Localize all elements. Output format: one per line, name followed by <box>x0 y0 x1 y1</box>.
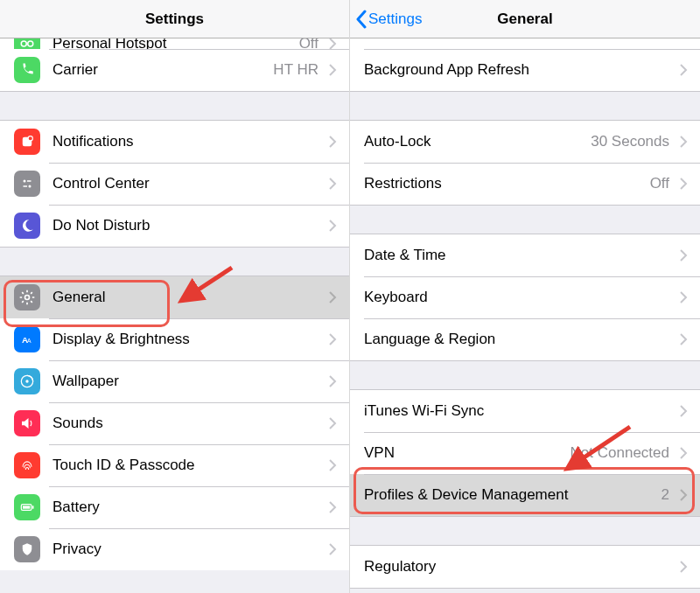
label-carrier: Carrier <box>52 61 98 79</box>
settings-title: Settings <box>145 10 204 28</box>
row-bg-app-refresh[interactable]: Background App Refresh <box>350 49 700 91</box>
row-auto-lock[interactable]: Auto-Lock 30 Seconds <box>350 121 700 163</box>
general-header: Settings General <box>350 0 700 38</box>
display-icon: AA <box>14 326 40 352</box>
chevron-right-icon <box>329 375 337 387</box>
general-group-locale: Date & Time Keyboard Language & Region <box>350 234 700 361</box>
moon-icon <box>14 213 40 239</box>
chevron-right-icon <box>329 501 337 513</box>
label-auto-lock: Auto-Lock <box>364 133 431 150</box>
chevron-right-icon <box>329 136 337 148</box>
label-general: General <box>52 289 105 306</box>
general-group-lock: Auto-Lock 30 Seconds Restrictions Off <box>350 120 700 206</box>
label-keyboard: Keyboard <box>364 289 428 306</box>
row-carrier[interactable]: Carrier HT HR <box>0 49 349 91</box>
svg-point-12 <box>25 380 28 382</box>
label-regulatory: Regulatory <box>364 558 436 576</box>
value-restrictions: Off <box>650 175 675 192</box>
svg-text:A: A <box>27 338 32 344</box>
back-button[interactable]: Settings <box>355 0 422 38</box>
label-date-time: Date & Time <box>364 247 446 264</box>
chevron-right-icon <box>329 417 337 429</box>
privacy-icon <box>14 536 40 562</box>
chevron-right-icon <box>680 291 688 303</box>
control-center-icon <box>14 171 40 197</box>
row-hidden-top <box>350 38 700 49</box>
chevron-right-icon <box>680 405 688 417</box>
svg-rect-7 <box>24 185 28 187</box>
chevron-right-icon <box>680 136 688 148</box>
svg-point-4 <box>24 180 26 183</box>
chevron-right-icon <box>680 64 688 76</box>
row-sounds[interactable]: Sounds <box>0 402 349 444</box>
general-group-bgrefresh: Background App Refresh <box>350 38 700 92</box>
svg-point-6 <box>29 185 32 188</box>
svg-point-8 <box>25 296 30 300</box>
chevron-right-icon <box>680 249 688 262</box>
label-dnd: Do Not Disturb <box>52 217 150 234</box>
row-battery[interactable]: Battery <box>0 486 349 528</box>
label-restrictions: Restrictions <box>364 175 442 192</box>
general-pane: Settings General Background App Refresh … <box>350 0 700 593</box>
row-keyboard[interactable]: Keyboard <box>350 276 700 318</box>
row-wallpaper[interactable]: Wallpaper <box>0 360 349 402</box>
chevron-right-icon <box>329 333 337 345</box>
row-vpn[interactable]: VPN Not Connected <box>350 432 700 474</box>
row-date-time[interactable]: Date & Time <box>350 234 700 276</box>
row-restrictions[interactable]: Restrictions Off <box>350 163 700 205</box>
battery-icon <box>14 494 40 520</box>
row-display-brightness[interactable]: AA Display & Brightness <box>0 318 349 360</box>
chevron-right-icon <box>329 178 337 190</box>
svg-point-1 <box>28 41 33 46</box>
settings-group-notify: Notifications Control Center Do Not Dist… <box>0 120 349 248</box>
general-group-sync: iTunes Wi-Fi Sync VPN Not Connected Prof… <box>350 389 700 517</box>
wallpaper-icon <box>14 368 40 394</box>
row-regulatory[interactable]: Regulatory <box>350 546 700 588</box>
label-battery: Battery <box>52 499 100 516</box>
svg-point-0 <box>21 41 26 46</box>
chevron-right-icon <box>329 459 337 471</box>
settings-pane: Settings Personal Hotspot Off Carrier HT… <box>0 0 350 593</box>
row-privacy[interactable]: Privacy <box>0 528 349 570</box>
label-wallpaper: Wallpaper <box>52 373 119 390</box>
row-personal-hotspot[interactable]: Personal Hotspot Off <box>0 38 349 49</box>
label-hotspot: Personal Hotspot <box>52 38 166 49</box>
row-language-region[interactable]: Language & Region <box>350 318 700 360</box>
row-general[interactable]: General <box>0 276 349 318</box>
row-profiles[interactable]: Profiles & Device Management 2 <box>350 474 700 516</box>
row-control-center[interactable]: Control Center <box>0 163 349 205</box>
label-privacy: Privacy <box>52 541 102 558</box>
settings-header: Settings <box>0 0 349 38</box>
back-label: Settings <box>368 10 422 28</box>
row-dnd[interactable]: Do Not Disturb <box>0 205 349 247</box>
svg-point-3 <box>28 136 32 141</box>
svg-rect-14 <box>32 506 34 508</box>
sounds-icon <box>14 410 40 436</box>
row-notifications[interactable]: Notifications <box>0 121 349 163</box>
chevron-right-icon <box>680 489 688 501</box>
row-touchid[interactable]: Touch ID & Passcode <box>0 444 349 486</box>
chevron-right-icon <box>329 543 337 555</box>
chevron-right-icon <box>329 291 337 303</box>
label-itunes-wifi: iTunes Wi-Fi Sync <box>364 402 484 420</box>
label-language: Language & Region <box>364 331 495 348</box>
value-profiles: 2 <box>662 486 675 504</box>
label-profiles: Profiles & Device Management <box>364 486 568 504</box>
chevron-right-icon <box>680 561 688 573</box>
row-itunes-wifi[interactable]: iTunes Wi-Fi Sync <box>350 390 700 432</box>
gear-icon <box>14 284 40 310</box>
chevron-right-icon <box>680 178 688 190</box>
fingerprint-icon <box>14 452 40 478</box>
value-vpn: Not Connected <box>570 444 675 462</box>
hotspot-icon <box>14 38 40 49</box>
phone-icon <box>14 57 40 83</box>
label-notifications: Notifications <box>52 133 134 150</box>
label-sounds: Sounds <box>52 415 103 432</box>
chevron-right-icon <box>680 333 688 345</box>
chevron-right-icon <box>680 447 688 459</box>
settings-group-general: General AA Display & Brightness Wallpape… <box>0 276 349 570</box>
notifications-icon <box>14 129 40 155</box>
settings-group-connectivity: Personal Hotspot Off Carrier HT HR <box>0 38 349 92</box>
chevron-right-icon <box>329 38 337 49</box>
label-display: Display & Brightness <box>52 331 190 348</box>
